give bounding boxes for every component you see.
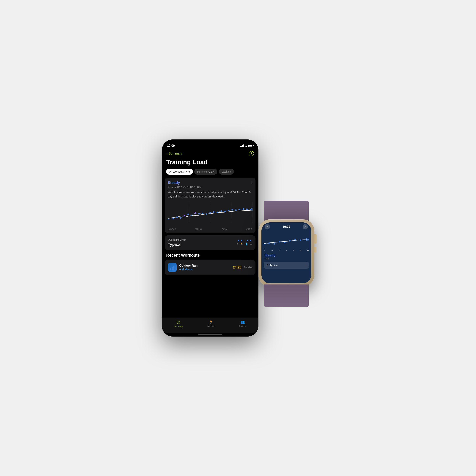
vitals-dot-1 [238,240,239,241]
wbar-2 [172,267,173,270]
watch-menu-button[interactable]: ≡ [303,224,308,229]
svg-point-35 [294,239,296,241]
workout-card[interactable]: Outdoor Run ● Moderate 24:25 Sunday [165,260,255,275]
workout-day: Sunday [244,266,253,269]
svg-point-36 [300,239,301,241]
vitals-dot-4 [250,240,251,241]
workout-name: Outdoor Run [179,264,230,267]
segment-container: All Workouts +4% Running +12% Walking [162,169,258,178]
workout-info: Outdoor Run ● Moderate [179,264,230,271]
svg-point-8 [184,215,185,216]
watch-days: T W T F S S M [261,249,311,253]
status-icons: ▲ [240,144,253,147]
training-load-card: Steady › +4% · 7-DAY vs. 28-DAY LOAD You… [165,178,255,233]
workout-time: 24:25 [233,266,241,270]
svg-point-19 [224,211,225,212]
back-label: Summary [169,152,182,155]
segment-all-workouts[interactable]: All Workouts +4% [166,169,193,175]
svg-point-14 [206,213,207,215]
tab-fitness-plus[interactable]: 🏃 Fitness+ [207,320,215,327]
intensity-dot-icon: ● [179,268,181,271]
steady-label: Steady [168,181,180,185]
vitals-dot-3 [247,240,248,241]
home-indicator [198,334,222,335]
svg-point-17 [217,212,218,213]
svg-point-20 [228,210,229,211]
watch-typical-row[interactable]: ✿ Typical › [264,262,309,269]
drop-icon: 💧 [245,242,248,245]
signal-bar-4 [243,144,244,147]
svg-point-11 [195,212,196,214]
watch-day-F: F [286,250,287,252]
sharing-tab-label: Sharing [239,325,246,327]
summary-tab-label: Summary [174,325,183,327]
vitals-card[interactable]: Overnight Vitals Typical ♥ [165,235,255,250]
vitals-left: Overnight Vitals Typical [168,238,186,247]
svg-point-31 [273,243,275,245]
scene: 10:09 ▲ [162,139,314,337]
svg-point-18 [221,210,222,212]
menu-icon: ≡ [305,225,306,228]
watch-day-S2: S [300,250,301,252]
svg-point-13 [202,213,204,214]
info-button[interactable]: i [249,151,254,156]
chart-date-4: Jun 9 [246,228,252,230]
vitals-title: Overnight Vitals [168,238,186,241]
watch-day-T1: T [264,250,265,252]
card-chevron-icon[interactable]: › [251,181,253,185]
summary-tab-icon: ◎ [177,320,180,324]
watch-typical-text: Typical [270,264,278,267]
svg-point-33 [284,242,285,243]
card-subtitle: +4% · 7-DAY vs. 28-DAY LOAD [168,186,253,188]
watch-day-M: M [307,250,309,252]
wbar-3 [173,266,174,270]
svg-point-5 [172,218,174,219]
watch-steady-pct: +4% [264,257,308,260]
card-description: Your last rated workout was recorded yes… [168,190,253,199]
svg-point-29 [264,244,264,245]
workout-bars-icon [170,265,174,270]
typical-icon: ✿ [266,264,269,267]
chart-date-1: May 19 [169,228,176,230]
svg-point-25 [246,208,248,210]
tab-summary[interactable]: ◎ Summary [174,320,183,327]
svg-point-38 [306,239,308,240]
segment-walking[interactable]: Walking [219,169,234,175]
status-time: 10:09 [167,144,175,148]
chart-svg [168,201,253,227]
svg-point-23 [239,209,240,210]
workout-icon [168,263,177,272]
svg-point-16 [213,211,215,213]
watch-steady-label: Steady [264,254,308,257]
watch-time: 10:09 [283,225,290,229]
svg-point-12 [198,213,200,215]
fitness-tab-icon: 🏃 [209,320,213,324]
segment-control: All Workouts +4% Running +12% Walking [166,169,254,175]
spacer [162,275,258,318]
watch-day-W: W [271,250,273,252]
segment-running[interactable]: Running +12% [194,169,217,175]
workout-meta: 24:25 Sunday [233,266,253,270]
battery-icon [248,145,253,147]
watch-close-button[interactable]: ✕ [265,224,270,229]
heart-icon: ♥ [237,242,238,245]
watch-band-top [264,201,309,221]
page-title: Training Load [162,158,258,169]
svg-point-21 [232,209,233,210]
svg-point-10 [191,215,192,216]
watch-typical-chevron-icon: › [306,263,306,267]
runner-icon: 🏃 [240,242,243,245]
watch-chart-svg [264,231,309,249]
vitals-visual: ♥ 🏃 💧 🛏 [237,240,253,245]
section-title-recent-workouts: Recent Workouts [162,253,258,260]
iphone-screen: 10:09 ▲ [162,139,258,337]
svg-point-7 [180,217,181,219]
watch-status-bar: ✕ 10:09 ≡ [261,222,311,231]
tab-sharing[interactable]: 👥 Sharing [239,320,246,327]
signal-bars-icon [240,145,244,147]
watch-band-bottom [264,285,309,307]
info-icon: i [251,152,252,155]
back-button[interactable]: ‹ Summary [166,152,182,156]
intensity-label: Moderate [182,268,192,271]
workout-intensity: ● Moderate [179,268,230,271]
